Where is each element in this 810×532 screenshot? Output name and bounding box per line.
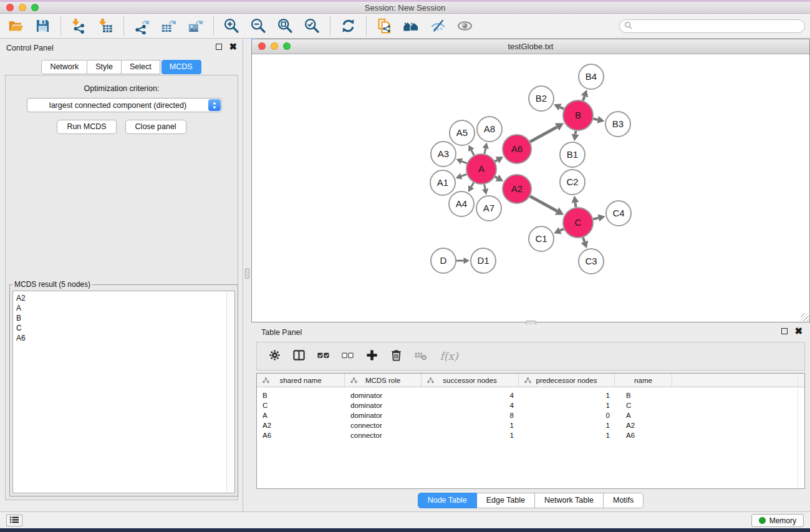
graph-node-C[interactable]: C [563, 208, 593, 238]
graph-node-A7[interactable]: A7 [476, 196, 501, 221]
column-header-shared-name[interactable]: shared name [257, 374, 345, 387]
graph-edge-A-A5[interactable] [471, 150, 474, 155]
tab-style[interactable]: Style [87, 60, 122, 74]
result-scrollbar[interactable] [226, 291, 234, 493]
cell-MCDS-role[interactable]: dominator [345, 402, 422, 409]
export-table-button[interactable] [155, 16, 182, 37]
cell-name[interactable]: A2 [615, 422, 672, 429]
graph-node-A3[interactable]: A3 [431, 142, 456, 167]
graph-edge-B-B4[interactable] [583, 96, 584, 100]
table-row[interactable]: Cdominator41C [257, 400, 804, 410]
graph-edge-A-A3[interactable] [461, 162, 466, 163]
float-table-panel-icon[interactable] [781, 328, 788, 334]
column-header-predecessor-nodes[interactable]: predecessor nodes [519, 374, 615, 387]
graph-node-B2[interactable]: B2 [529, 86, 554, 111]
graph-edge-C-C1[interactable] [560, 229, 564, 231]
result-list-item[interactable]: A6 [16, 333, 234, 343]
refresh-button[interactable] [335, 16, 362, 37]
graph-edge-A-A8[interactable] [485, 148, 486, 154]
save-button[interactable] [29, 16, 56, 37]
float-panel-icon[interactable] [216, 44, 222, 50]
cell-shared-name[interactable]: B [257, 392, 345, 399]
graph-node-A1[interactable]: A1 [430, 170, 455, 195]
graph-edge-C-C3[interactable] [583, 238, 584, 242]
result-list-item[interactable]: A [16, 303, 234, 313]
graph-node-A[interactable]: A [466, 154, 496, 184]
column-header-MCDS-role[interactable]: MCDS role [345, 374, 422, 387]
cell-MCDS-role[interactable]: dominator [345, 392, 422, 399]
table-scrollbar[interactable] [798, 374, 798, 488]
graph-node-A4[interactable]: A4 [449, 191, 474, 216]
column-header-name[interactable]: name [615, 374, 672, 387]
zoom-out-button[interactable] [245, 16, 272, 37]
graph-node-C1[interactable]: C1 [529, 226, 554, 251]
result-list-item[interactable]: C [16, 323, 234, 333]
tab-edge-table[interactable]: Edge Table [477, 493, 535, 508]
close-table-panel-icon[interactable]: ✖ [794, 328, 803, 334]
home-button[interactable] [398, 16, 425, 37]
graph-edge-A-A6[interactable] [495, 160, 498, 162]
cell-successor-nodes[interactable]: 1 [422, 432, 519, 439]
graph-edge-A-A4[interactable] [471, 183, 474, 187]
graph-node-B[interactable]: B [563, 100, 593, 130]
cell-name[interactable]: C [615, 402, 672, 409]
zoom-in-button[interactable] [218, 16, 245, 37]
column-header-successor-nodes[interactable]: successor nodes [422, 374, 519, 387]
cell-predecessor-nodes[interactable]: 0 [519, 412, 615, 419]
graph-edge-C-C2[interactable] [576, 203, 576, 208]
graph-node-C3[interactable]: C3 [579, 249, 604, 274]
cell-shared-name[interactable]: A2 [257, 422, 345, 429]
cell-name[interactable]: A6 [615, 432, 672, 439]
graph-node-D1[interactable]: D1 [471, 248, 496, 273]
graph-node-A6[interactable]: A6 [503, 135, 531, 163]
graph-edge-B-B1[interactable] [576, 131, 576, 135]
graph-edge-B-B2[interactable] [560, 107, 564, 109]
trash-button[interactable] [388, 348, 404, 364]
graph-edge-A6-B[interactable] [530, 127, 557, 142]
search-field[interactable] [619, 19, 805, 33]
table-row[interactable]: Adominator80A [257, 410, 804, 420]
cell-predecessor-nodes[interactable]: 1 [519, 392, 615, 399]
cell-shared-name[interactable]: C [257, 402, 345, 409]
check-pair-button[interactable] [315, 348, 331, 364]
graph-node-C4[interactable]: C4 [606, 201, 631, 226]
zoom-selected-button[interactable] [299, 16, 325, 37]
graph-edge-A-A7[interactable] [485, 185, 485, 189]
tab-mcds[interactable]: MCDS [162, 60, 201, 74]
clipboard-network-button[interactable] [371, 16, 398, 37]
import-table-button[interactable] [92, 16, 119, 37]
cell-name[interactable]: A [615, 412, 672, 419]
network-canvas[interactable]: B4B2BB3A8A5A6A3B1AA1C2A2A4A7C4CC1C3DD1 [252, 54, 809, 322]
cell-MCDS-role[interactable]: connector [345, 422, 422, 429]
cell-successor-nodes[interactable]: 1 [422, 422, 519, 429]
graph-edge-A2-C[interactable] [530, 196, 557, 211]
node-table[interactable]: shared nameMCDS rolesuccessor nodesprede… [256, 373, 805, 489]
columns-button[interactable] [291, 348, 307, 364]
cell-predecessor-nodes[interactable]: 1 [519, 432, 615, 439]
search-input[interactable] [635, 21, 799, 32]
cell-shared-name[interactable]: A [257, 412, 345, 419]
run-mcds-button[interactable]: Run MCDS [57, 120, 116, 134]
graph-node-B4[interactable]: B4 [579, 64, 604, 89]
zoom-fit-button[interactable] [272, 16, 299, 37]
graph-edge-C-C4[interactable] [593, 218, 598, 219]
network-window-titlebar[interactable]: testGlobe.txt [252, 39, 809, 54]
cell-predecessor-nodes[interactable]: 1 [519, 422, 615, 429]
table-row[interactable]: Bdominator41B [257, 390, 804, 400]
cell-successor-nodes[interactable]: 4 [422, 402, 519, 409]
graph-node-A2[interactable]: A2 [503, 175, 531, 203]
graph-node-C2[interactable]: C2 [560, 170, 585, 195]
tab-network[interactable]: Network [41, 60, 87, 74]
close-panel-icon[interactable]: ✖ [229, 44, 237, 50]
gear-button[interactable] [266, 348, 282, 364]
graph-edge-B-B3[interactable] [593, 118, 597, 120]
network-graph[interactable]: B4B2BB3A8A5A6A3B1AA1C2A2A4A7C4CC1C3DD1 [252, 54, 809, 322]
export-image-button[interactable] [182, 16, 209, 37]
tab-network-table[interactable]: Network Table [535, 493, 604, 508]
graph-node-D[interactable]: D [431, 248, 456, 273]
add-button[interactable] [364, 348, 380, 364]
open-button[interactable] [2, 16, 29, 37]
uncheck-pair-button[interactable] [339, 348, 355, 364]
table-row[interactable]: A6connector11A6 [257, 430, 804, 440]
import-network-button[interactable] [65, 16, 92, 37]
